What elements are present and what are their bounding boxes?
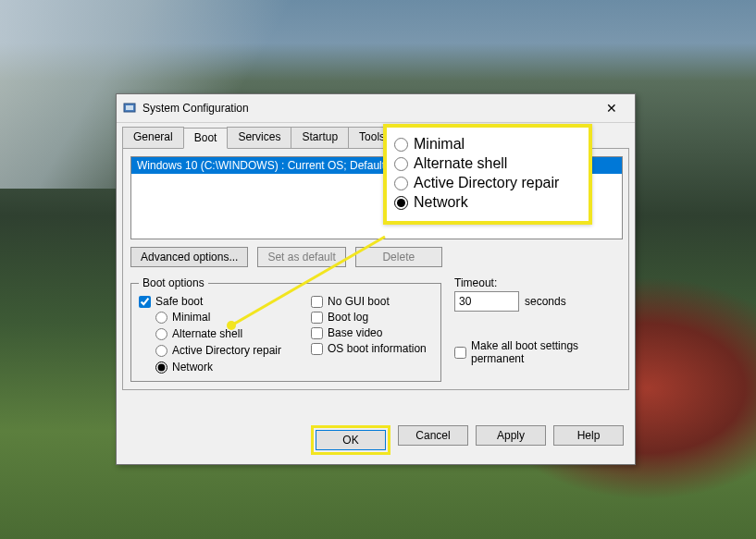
app-icon — [122, 101, 137, 116]
cancel-button[interactable]: Cancel — [398, 425, 468, 446]
radio-ad-repair[interactable]: Active Directory repair — [155, 344, 281, 357]
tab-boot[interactable]: Boot — [183, 128, 229, 149]
callout-magnifier: Minimal Alternate shell Active Directory… — [383, 124, 592, 225]
safe-boot-checkbox[interactable]: Safe boot — [139, 295, 281, 308]
advanced-options-button[interactable]: Advanced options... — [130, 247, 248, 267]
ok-button[interactable]: OK — [316, 430, 386, 450]
dialog-action-bar: OK Cancel Apply Help — [311, 425, 624, 455]
base-video-checkbox[interactable]: Base video — [311, 326, 427, 339]
radio-minimal[interactable]: Minimal — [155, 311, 281, 324]
radio-alternate-shell[interactable]: Alternate shell — [155, 327, 281, 340]
callout-radio-network: Network — [394, 194, 581, 211]
boot-log-checkbox[interactable]: Boot log — [311, 311, 427, 324]
titlebar: System Configuration ✕ — [117, 94, 635, 123]
callout-radio-minimal: Minimal — [394, 136, 581, 153]
timeout-unit: seconds — [525, 295, 566, 308]
no-gui-boot-checkbox[interactable]: No GUI boot — [311, 295, 427, 308]
boot-options-legend: Boot options — [139, 276, 208, 289]
radio-network[interactable]: Network — [155, 361, 281, 374]
set-as-default-button: Set as default — [257, 247, 345, 267]
callout-radio-alternate-shell: Alternate shell — [394, 155, 581, 172]
tab-services[interactable]: Services — [227, 127, 291, 148]
os-boot-info-checkbox[interactable]: OS boot information — [311, 342, 427, 355]
window-title: System Configuration — [143, 102, 249, 115]
callout-radio-ad-repair: Active Directory repair — [394, 175, 581, 191]
help-button[interactable]: Help — [553, 425, 624, 446]
delete-button: Delete — [355, 247, 442, 267]
timeout-label: Timeout: — [454, 276, 621, 289]
boot-options-group: Boot options Safe boot Minimal Alte — [130, 276, 441, 382]
close-icon[interactable]: ✕ — [592, 95, 631, 121]
ok-highlight: OK — [311, 425, 390, 455]
timeout-input[interactable] — [454, 291, 519, 312]
tab-general[interactable]: General — [122, 127, 184, 148]
svg-rect-1 — [126, 105, 133, 110]
tab-startup[interactable]: Startup — [291, 127, 349, 148]
make-permanent-checkbox[interactable]: Make all boot settings permanent — [454, 339, 621, 365]
apply-button[interactable]: Apply — [476, 425, 546, 446]
